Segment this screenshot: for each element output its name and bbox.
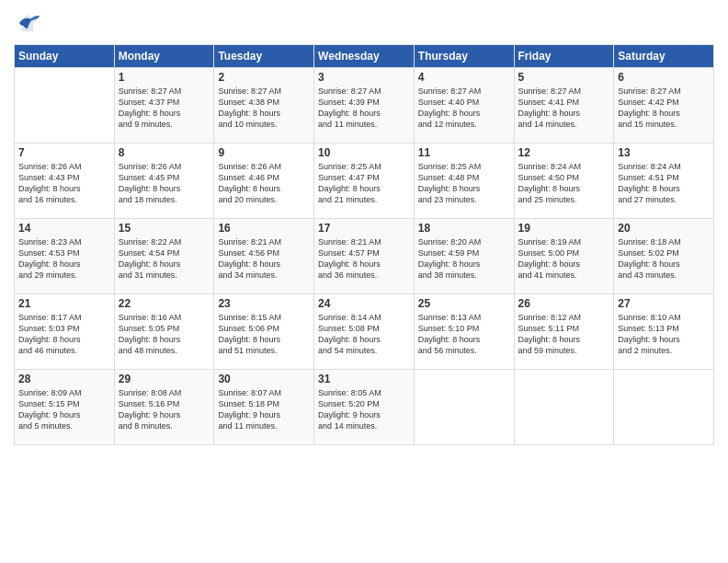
day-cell: 6Sunrise: 8:27 AM Sunset: 4:42 PM Daylig… [614, 68, 714, 144]
day-number: 13 [618, 146, 710, 159]
day-cell: 11Sunrise: 8:25 AM Sunset: 4:48 PM Dayli… [414, 144, 514, 219]
day-number: 16 [218, 222, 310, 235]
day-cell: 20Sunrise: 8:18 AM Sunset: 5:02 PM Dayli… [614, 219, 714, 294]
day-number: 5 [518, 71, 610, 84]
day-cell: 23Sunrise: 8:15 AM Sunset: 5:06 PM Dayli… [214, 294, 314, 370]
day-info: Sunrise: 8:27 AM Sunset: 4:41 PM Dayligh… [518, 86, 610, 131]
day-info: Sunrise: 8:21 AM Sunset: 4:56 PM Dayligh… [218, 236, 310, 282]
day-number: 24 [318, 297, 410, 310]
day-cell: 21Sunrise: 8:17 AM Sunset: 5:03 PM Dayli… [15, 294, 115, 370]
day-cell: 14Sunrise: 8:23 AM Sunset: 4:53 PM Dayli… [15, 219, 115, 294]
day-cell: 28Sunrise: 8:09 AM Sunset: 5:15 PM Dayli… [15, 370, 115, 445]
day-cell: 12Sunrise: 8:24 AM Sunset: 4:50 PM Dayli… [514, 144, 614, 219]
day-cell [15, 68, 115, 144]
day-info: Sunrise: 8:27 AM Sunset: 4:42 PM Dayligh… [618, 86, 710, 131]
day-cell: 3Sunrise: 8:27 AM Sunset: 4:39 PM Daylig… [314, 68, 415, 144]
weekday-header-sunday: Sunday [15, 45, 115, 68]
day-info: Sunrise: 8:08 AM Sunset: 5:16 PM Dayligh… [119, 387, 210, 432]
calendar-table: SundayMondayTuesdayWednesdayThursdayFrid… [14, 44, 714, 445]
day-info: Sunrise: 8:22 AM Sunset: 4:54 PM Dayligh… [119, 236, 210, 282]
day-number: 9 [218, 146, 310, 159]
week-row-4: 21Sunrise: 8:17 AM Sunset: 5:03 PM Dayli… [15, 294, 714, 370]
day-number: 17 [318, 222, 410, 235]
day-info: Sunrise: 8:24 AM Sunset: 4:50 PM Dayligh… [518, 161, 610, 206]
day-cell: 1Sunrise: 8:27 AM Sunset: 4:37 PM Daylig… [114, 68, 214, 144]
day-number: 28 [18, 373, 110, 385]
weekday-header-monday: Monday [114, 45, 214, 68]
weekday-header-friday: Friday [514, 45, 614, 68]
day-cell: 9Sunrise: 8:26 AM Sunset: 4:46 PM Daylig… [214, 144, 314, 219]
day-cell: 16Sunrise: 8:21 AM Sunset: 4:56 PM Dayli… [214, 219, 314, 294]
day-cell: 29Sunrise: 8:08 AM Sunset: 5:16 PM Dayli… [114, 370, 214, 445]
day-info: Sunrise: 8:18 AM Sunset: 5:02 PM Dayligh… [618, 236, 710, 282]
day-info: Sunrise: 8:26 AM Sunset: 4:43 PM Dayligh… [18, 161, 110, 206]
day-info: Sunrise: 8:10 AM Sunset: 5:13 PM Dayligh… [618, 312, 710, 357]
day-info: Sunrise: 8:26 AM Sunset: 4:46 PM Dayligh… [218, 161, 310, 206]
day-number: 7 [18, 146, 110, 159]
day-number: 1 [119, 71, 210, 84]
weekday-header-thursday: Thursday [414, 45, 514, 68]
day-cell: 17Sunrise: 8:21 AM Sunset: 4:57 PM Dayli… [314, 219, 415, 294]
day-number: 29 [119, 373, 210, 385]
day-number: 11 [418, 146, 510, 159]
day-info: Sunrise: 8:14 AM Sunset: 5:08 PM Dayligh… [318, 312, 410, 357]
day-cell: 31Sunrise: 8:05 AM Sunset: 5:20 PM Dayli… [314, 370, 415, 445]
day-cell [414, 370, 514, 445]
day-cell: 18Sunrise: 8:20 AM Sunset: 4:59 PM Dayli… [414, 219, 514, 294]
day-cell: 15Sunrise: 8:22 AM Sunset: 4:54 PM Dayli… [114, 219, 214, 294]
day-cell: 24Sunrise: 8:14 AM Sunset: 5:08 PM Dayli… [314, 294, 415, 370]
logo [14, 9, 45, 37]
day-number: 18 [418, 222, 510, 235]
day-cell: 30Sunrise: 8:07 AM Sunset: 5:18 PM Dayli… [214, 370, 314, 445]
day-info: Sunrise: 8:27 AM Sunset: 4:37 PM Dayligh… [119, 86, 210, 131]
day-cell: 10Sunrise: 8:25 AM Sunset: 4:47 PM Dayli… [314, 144, 415, 219]
day-number: 31 [318, 373, 410, 385]
week-row-1: 1Sunrise: 8:27 AM Sunset: 4:37 PM Daylig… [15, 68, 714, 144]
day-info: Sunrise: 8:23 AM Sunset: 4:53 PM Dayligh… [18, 236, 110, 282]
page-header [14, 9, 714, 37]
day-number: 2 [218, 71, 310, 84]
day-number: 12 [518, 146, 610, 159]
day-cell: 22Sunrise: 8:16 AM Sunset: 5:05 PM Dayli… [114, 294, 214, 370]
day-cell: 26Sunrise: 8:12 AM Sunset: 5:11 PM Dayli… [514, 294, 614, 370]
weekday-header-row: SundayMondayTuesdayWednesdayThursdayFrid… [15, 45, 714, 68]
day-info: Sunrise: 8:15 AM Sunset: 5:06 PM Dayligh… [218, 312, 310, 357]
day-cell: 2Sunrise: 8:27 AM Sunset: 4:38 PM Daylig… [214, 68, 314, 144]
day-number: 4 [418, 71, 510, 84]
day-info: Sunrise: 8:19 AM Sunset: 5:00 PM Dayligh… [518, 236, 610, 282]
day-number: 3 [318, 71, 410, 84]
day-number: 20 [618, 222, 710, 235]
day-cell [514, 370, 614, 445]
day-cell: 7Sunrise: 8:26 AM Sunset: 4:43 PM Daylig… [15, 144, 115, 219]
day-cell: 27Sunrise: 8:10 AM Sunset: 5:13 PM Dayli… [614, 294, 714, 370]
day-info: Sunrise: 8:16 AM Sunset: 5:05 PM Dayligh… [119, 312, 210, 357]
week-row-5: 28Sunrise: 8:09 AM Sunset: 5:15 PM Dayli… [15, 370, 714, 445]
day-info: Sunrise: 8:27 AM Sunset: 4:40 PM Dayligh… [418, 86, 510, 131]
day-info: Sunrise: 8:07 AM Sunset: 5:18 PM Dayligh… [218, 387, 310, 432]
day-number: 25 [418, 297, 510, 310]
day-number: 15 [119, 222, 210, 235]
day-number: 22 [119, 297, 210, 310]
weekday-header-wednesday: Wednesday [314, 45, 415, 68]
day-number: 19 [518, 222, 610, 235]
week-row-2: 7Sunrise: 8:26 AM Sunset: 4:43 PM Daylig… [15, 144, 714, 219]
day-cell: 4Sunrise: 8:27 AM Sunset: 4:40 PM Daylig… [414, 68, 514, 144]
day-cell [614, 370, 714, 445]
day-number: 30 [218, 373, 310, 385]
week-row-3: 14Sunrise: 8:23 AM Sunset: 4:53 PM Dayli… [15, 219, 714, 294]
day-number: 6 [618, 71, 710, 84]
day-info: Sunrise: 8:12 AM Sunset: 5:11 PM Dayligh… [518, 312, 610, 357]
day-cell: 5Sunrise: 8:27 AM Sunset: 4:41 PM Daylig… [514, 68, 614, 144]
day-cell: 25Sunrise: 8:13 AM Sunset: 5:10 PM Dayli… [414, 294, 514, 370]
day-info: Sunrise: 8:27 AM Sunset: 4:38 PM Dayligh… [218, 86, 310, 131]
day-number: 23 [218, 297, 310, 310]
day-info: Sunrise: 8:27 AM Sunset: 4:39 PM Dayligh… [318, 86, 410, 131]
day-info: Sunrise: 8:25 AM Sunset: 4:48 PM Dayligh… [418, 161, 510, 206]
day-info: Sunrise: 8:09 AM Sunset: 5:15 PM Dayligh… [18, 387, 110, 432]
day-info: Sunrise: 8:21 AM Sunset: 4:57 PM Dayligh… [318, 236, 410, 282]
weekday-header-saturday: Saturday [614, 45, 714, 68]
day-number: 21 [18, 297, 110, 310]
day-info: Sunrise: 8:13 AM Sunset: 5:10 PM Dayligh… [418, 312, 510, 357]
day-number: 8 [119, 146, 210, 159]
day-info: Sunrise: 8:25 AM Sunset: 4:47 PM Dayligh… [318, 161, 410, 206]
